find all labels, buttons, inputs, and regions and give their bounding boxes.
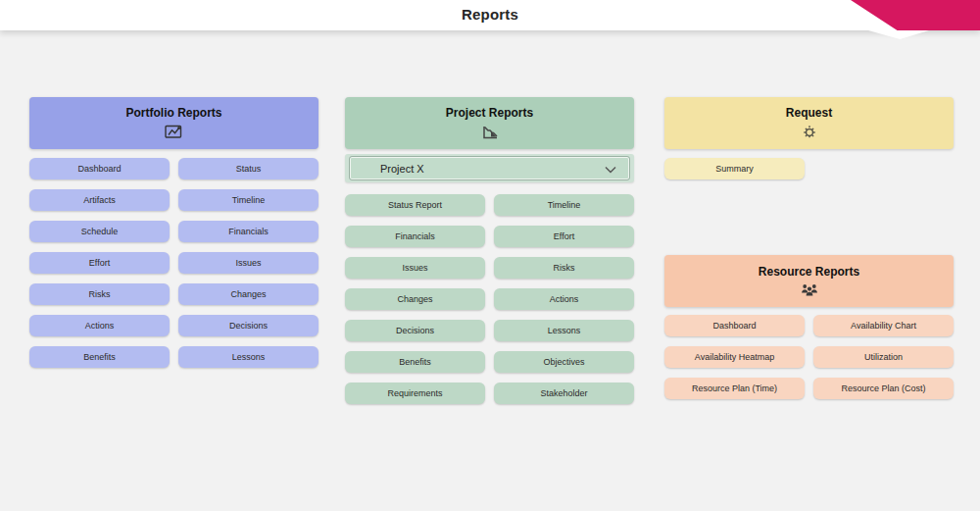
project-objectives-button[interactable]: Objectives [494,351,634,373]
project-changes-button[interactable]: Changes [345,288,485,310]
project-effort-button[interactable]: Effort [494,226,634,247]
portfolio-effort-button[interactable]: Effort [29,252,170,274]
portfolio-decisions-button[interactable]: Decisions [178,315,318,336]
brand-ribbon-wedge [868,30,929,39]
resource-utilization-button[interactable]: Utilization [813,346,954,368]
resource-plan-cost-button[interactable]: Resource Plan (Cost) [813,378,954,399]
portfolio-changes-button[interactable]: Changes [178,283,318,305]
portfolio-schedule-button[interactable]: Schedule [29,221,170,242]
portfolio-button-grid: Dashboard Status Artifacts Timeline Sche… [29,158,318,368]
chevron-down-icon [605,160,616,178]
resource-plan-time-button[interactable]: Resource Plan (Time) [664,378,805,399]
project-actions-button[interactable]: Actions [494,288,634,310]
top-bar: Reports [0,0,980,30]
resource-dashboard-button[interactable]: Dashboard [664,315,805,336]
portfolio-timeline-button[interactable]: Timeline [178,189,318,211]
project-select-value: Project X [380,163,424,175]
project-issues-button[interactable]: Issues [345,257,485,279]
people-group-icon [799,282,820,297]
portfolio-artifacts-button[interactable]: Artifacts [29,189,170,211]
resource-button-grid: Dashboard Availability Chart Availabilit… [664,315,954,399]
project-financials-button[interactable]: Financials [345,226,485,247]
request-title: Request [786,106,832,120]
line-chart-icon [164,124,184,140]
portfolio-reports-header: Portfolio Reports [29,97,318,149]
project-reports-header: Project Reports [345,97,634,149]
request-header: Request [664,97,954,149]
project-benefits-button[interactable]: Benefits [345,351,485,373]
request-summary-button[interactable]: Summary [664,158,805,179]
request-button-grid: Summary [664,158,954,179]
project-timeline-button[interactable]: Timeline [494,194,634,216]
project-requirements-button[interactable]: Requirements [345,383,485,404]
resource-availability-chart-button[interactable]: Availability Chart [813,315,954,336]
project-decisions-button[interactable]: Decisions [345,320,485,341]
resource-reports-title: Resource Reports [759,265,859,279]
resource-reports-header: Resource Reports [664,255,954,307]
portfolio-risks-button[interactable]: Risks [29,283,170,305]
project-lessons-button[interactable]: Lessons [494,320,634,341]
portfolio-actions-button[interactable]: Actions [29,315,170,336]
resource-reports-panel: Resource Reports Dashboard Availability … [664,255,954,399]
portfolio-reports-panel: Portfolio Reports Dashboard Status Artif… [29,97,318,368]
project-risks-button[interactable]: Risks [494,257,634,279]
project-stakeholder-button[interactable]: Stakeholder [494,383,634,404]
resource-availability-heatmap-button[interactable]: Availability Heatmap [664,346,805,368]
portfolio-status-button[interactable]: Status [178,158,318,179]
project-dropdown-strip: Project X [345,154,634,182]
burndown-chart-icon [480,124,500,140]
lightbulb-icon [800,124,819,141]
portfolio-benefits-button[interactable]: Benefits [29,346,170,368]
portfolio-financials-button[interactable]: Financials [178,221,318,242]
portfolio-reports-title: Portfolio Reports [126,106,222,120]
portfolio-lessons-button[interactable]: Lessons [178,346,318,368]
page-title: Reports [0,0,980,29]
portfolio-issues-button[interactable]: Issues [178,252,318,274]
project-reports-title: Project Reports [446,106,533,120]
project-button-grid: Status Report Timeline Financials Effort… [345,194,634,404]
portfolio-dashboard-button[interactable]: Dashboard [29,158,170,179]
request-panel: Request Summary [664,97,954,179]
project-select[interactable]: Project X [350,157,629,179]
project-reports-panel: Project Reports Project X Status R [345,97,634,404]
project-status-report-button[interactable]: Status Report [345,194,485,216]
